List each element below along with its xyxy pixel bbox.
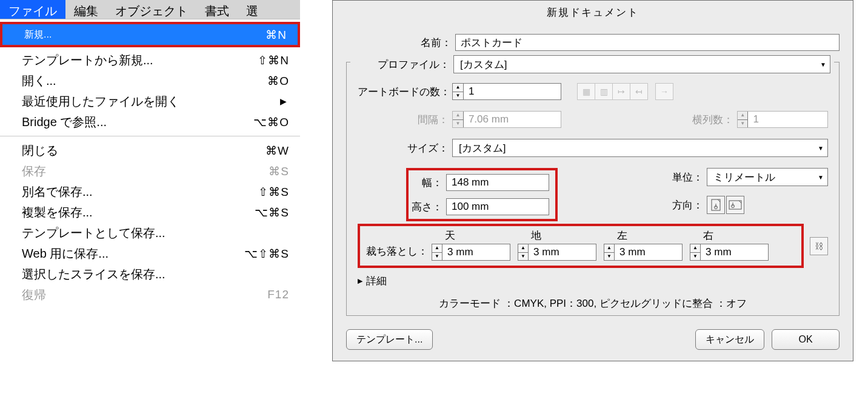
size-select[interactable]: [カスタム] ▼ xyxy=(452,139,828,157)
size-value: [カスタム] xyxy=(459,141,506,155)
menu-item-label: 別名で保存... xyxy=(22,184,93,200)
bleed-bottom-input[interactable] xyxy=(529,244,596,260)
profile-value: [カスタム] xyxy=(460,58,507,72)
bleed-left-label: 左 xyxy=(604,229,683,243)
name-label: 名前： xyxy=(346,36,455,50)
units-label: 単位： xyxy=(672,170,707,184)
menu-item-shortcut: ⌥⇧⌘S xyxy=(244,247,289,261)
menu-item-browse-bridge[interactable]: Bridge で参照... ⌥⌘O xyxy=(0,112,300,132)
menu-item-save-copy[interactable]: 複製を保存... ⌥⌘S xyxy=(0,202,300,223)
cancel-button[interactable]: キャンセル xyxy=(695,329,764,350)
bleed-right-label: 右 xyxy=(690,229,769,243)
menu-item-shortcut: ⇧⌘N xyxy=(258,53,289,67)
size-row: サイズ： [カスタム] ▼ xyxy=(358,139,828,157)
units-select[interactable]: ミリメートル ▼ xyxy=(707,168,828,186)
menu-item-shortcut: ⌥⌘O xyxy=(253,115,289,129)
menu-item-save-for-web[interactable]: Web 用に保存... ⌥⇧⌘S xyxy=(0,243,300,264)
document-summary: カラーモード ：CMYK, PPI：300, ピクセルグリッドに整合 ：オフ xyxy=(358,296,828,310)
menubar-item-select[interactable]: 選 xyxy=(238,0,267,19)
menu-item-save-slices[interactable]: 選択したスライスを保存... xyxy=(0,264,300,284)
template-button[interactable]: テンプレート... xyxy=(346,329,433,350)
menu-item-save: 保存 ⌘S xyxy=(0,161,300,181)
menu-item-save-template[interactable]: テンプレートとして保存... xyxy=(0,223,300,243)
file-menu-dropdown: テンプレートから新規... ⇧⌘N 開く... ⌘O 最近使用したファイルを開く… xyxy=(0,47,300,311)
menu-item-close[interactable]: 閉じる ⌘W xyxy=(0,140,300,161)
highlight-new-menu: 新規... ⌘N xyxy=(0,22,300,47)
arrow-up-icon[interactable]: ▲ xyxy=(453,84,463,92)
link-bleed-button[interactable]: ⛓ xyxy=(810,237,828,255)
menu-item-shortcut: ⌘S xyxy=(269,164,289,178)
layout-grid-row-icon: ▦ xyxy=(577,83,595,100)
width-units-row: 幅： 高さ： 単位： ミリメートル ▼ xyxy=(358,168,828,221)
advanced-label: 詳細 xyxy=(366,274,387,288)
dialog-button-bar: テンプレート... キャンセル OK xyxy=(346,329,840,350)
units-value: ミリメートル xyxy=(713,170,775,184)
menu-item-open-recent[interactable]: 最近使用したファイルを開く ▶ xyxy=(0,91,300,112)
menu-item-label: 閉じる xyxy=(22,142,58,159)
height-input[interactable] xyxy=(446,198,549,215)
submenu-arrow-icon: ▶ xyxy=(280,96,289,106)
artboards-input[interactable] xyxy=(464,84,561,99)
menu-item-new[interactable]: 新規... ⌘N xyxy=(2,24,298,45)
menu-item-new-from-template[interactable]: テンプレートから新規... ⇧⌘N xyxy=(0,50,300,70)
profile-select[interactable]: [カスタム] ▼ xyxy=(453,55,830,73)
name-input[interactable] xyxy=(455,34,840,51)
columns-label: 横列数： xyxy=(692,113,737,127)
bleed-row: 裁ち落とし： 天 ▲▼ 地 ▲▼ xyxy=(358,224,828,268)
spacing-label: 間隔： xyxy=(358,113,452,127)
bleed-label: 裁ち落とし： xyxy=(364,244,432,261)
landscape-page-icon xyxy=(729,200,742,210)
menu-item-label: 新規... xyxy=(24,28,52,41)
menu-item-shortcut: F12 xyxy=(267,288,289,301)
orientation-label: 方向： xyxy=(672,198,707,212)
menu-item-label: Bridge で参照... xyxy=(22,114,107,130)
bleed-top-input[interactable] xyxy=(442,244,510,260)
artboards-label: アートボードの数： xyxy=(358,85,452,99)
orientation-landscape-button[interactable] xyxy=(726,196,744,214)
menu-item-revert: 復帰 F12 xyxy=(0,284,300,305)
svg-rect-2 xyxy=(729,201,741,209)
menu-item-label: テンプレートから新規... xyxy=(22,52,153,69)
menu-item-save-as[interactable]: 別名で保存... ⇧⌘S xyxy=(0,181,300,202)
ok-button[interactable]: OK xyxy=(772,329,840,350)
menubar: ファイル 編集 オブジェクト 書式 選 xyxy=(0,0,300,19)
layout-next-icon: → xyxy=(655,83,673,100)
highlight-bleed: 裁ち落とし： 天 ▲▼ 地 ▲▼ xyxy=(358,224,804,268)
menu-item-open[interactable]: 開く... ⌘O xyxy=(0,70,300,91)
new-document-dialog: 新規ドキュメント 名前： プロファイル： [カスタム] ▼ アートボードの数： … xyxy=(332,0,853,361)
disclosure-right-icon: ▶ xyxy=(358,277,362,285)
bleed-top-stepper[interactable]: ▲▼ xyxy=(432,244,510,261)
width-input[interactable] xyxy=(446,174,549,191)
menubar-item-type[interactable]: 書式 xyxy=(196,0,238,19)
artboards-stepper[interactable]: ▲▼ xyxy=(452,83,561,100)
advanced-disclosure[interactable]: ▶ 詳細 xyxy=(358,274,828,288)
orientation-portrait-button[interactable] xyxy=(707,196,725,214)
menu-item-label: 複製を保存... xyxy=(22,204,93,221)
columns-input xyxy=(748,112,827,127)
menu-item-shortcut: ⌘W xyxy=(265,144,289,158)
menu-item-shortcut: ⇧⌘S xyxy=(258,185,289,199)
spacing-stepper: ▲▼ xyxy=(452,111,561,128)
menubar-item-object[interactable]: オブジェクト xyxy=(107,0,196,19)
bleed-bottom-stepper[interactable]: ▲▼ xyxy=(518,244,596,261)
menu-item-label: 選択したスライスを保存... xyxy=(22,266,165,283)
bleed-top-label: 天 xyxy=(432,229,510,243)
menu-item-label: テンプレートとして保存... xyxy=(22,225,165,241)
menu-item-label: 最近使用したファイルを開く xyxy=(22,93,179,110)
name-row: 名前： xyxy=(346,34,840,51)
menubar-item-edit[interactable]: 編集 xyxy=(65,0,107,19)
bleed-right-input[interactable] xyxy=(701,244,768,260)
bleed-left-input[interactable] xyxy=(615,244,682,260)
file-menu-panel: ファイル 編集 オブジェクト 書式 選 新規... ⌘N テンプレートから新規.… xyxy=(0,0,300,311)
width-label: 幅： xyxy=(409,176,446,190)
portrait-page-icon xyxy=(711,199,721,211)
profile-fieldset: プロファイル： [カスタム] ▼ アートボードの数： ▲▼ ▦ ▥ ↦ ↤ xyxy=(346,62,840,316)
arrow-down-icon[interactable]: ▼ xyxy=(453,92,463,100)
bleed-left-stepper[interactable]: ▲▼ xyxy=(604,244,683,261)
menubar-item-file[interactable]: ファイル xyxy=(0,0,65,19)
menu-item-label: 開く... xyxy=(22,73,56,89)
menu-item-label: 保存 xyxy=(22,163,46,179)
link-icon: ⛓ xyxy=(815,241,823,251)
bleed-right-stepper[interactable]: ▲▼ xyxy=(690,244,769,261)
spacing-input xyxy=(464,112,561,127)
